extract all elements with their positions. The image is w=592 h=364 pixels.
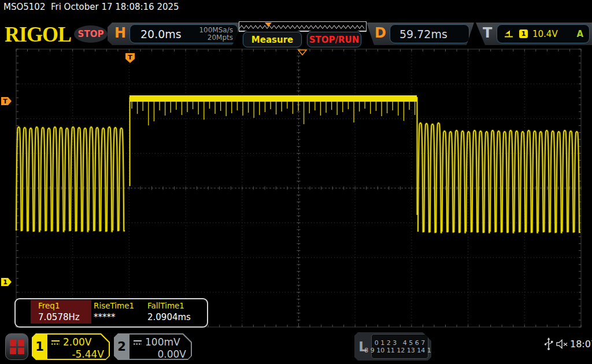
trigger-level-marker[interactable]: T bbox=[1, 97, 12, 105]
dc-coupling-icon bbox=[51, 339, 60, 346]
svg-text:T: T bbox=[3, 98, 8, 105]
channel2-offset: 0.00V bbox=[133, 348, 186, 360]
overview-zigzag bbox=[239, 23, 365, 31]
measure-button[interactable]: Measure bbox=[243, 32, 302, 47]
trigger-level-value: 10.4V bbox=[532, 29, 558, 39]
channel1-waveform bbox=[16, 95, 580, 233]
horizontal-center-marker bbox=[298, 50, 306, 55]
menu-grid-button[interactable] bbox=[5, 333, 28, 360]
speaker-muted-icon[interactable] bbox=[556, 339, 569, 349]
delay-inner-box: 59.72ms bbox=[390, 24, 469, 43]
trigger-position-marker[interactable]: T bbox=[125, 53, 135, 63]
measurement-label: RiseTime1 bbox=[94, 301, 134, 310]
delay-settings-button[interactable]: D 59.72ms bbox=[367, 23, 474, 45]
trigger-settings-button[interactable]: T 1 10.4V A bbox=[476, 23, 592, 45]
channel1-values: 2.00V -5.44V bbox=[47, 335, 109, 359]
menu-grid-icon bbox=[10, 340, 24, 354]
stop-run-button[interactable]: STOP/RUN bbox=[307, 32, 361, 47]
system-clock: 18:07 bbox=[570, 339, 592, 350]
measurement-value: 7.0578Hz bbox=[38, 312, 80, 322]
svg-text:1: 1 bbox=[3, 278, 8, 286]
channel1-scale: 2.00V bbox=[63, 336, 91, 348]
acquisition-status-badge: STOP bbox=[74, 25, 108, 43]
channel1-offset: -5.44V bbox=[51, 348, 104, 360]
horizontal-label: H bbox=[114, 25, 126, 41]
channel1-ground-marker[interactable]: 1 bbox=[1, 278, 12, 286]
timebase-value: 20.0ms bbox=[140, 28, 182, 40]
overview-position-marker bbox=[265, 23, 272, 27]
measurement-label: Freq1 bbox=[38, 301, 60, 310]
measurement-panel[interactable]: Freq1 7.0578Hz RiseTime1 ***** FallTime1… bbox=[14, 298, 208, 328]
channel2-values: 100mV 0.00V bbox=[130, 335, 191, 359]
rigol-logo: RIGOL bbox=[5, 21, 71, 47]
trigger-label: T bbox=[483, 25, 492, 41]
channel1-frame: 1 2.00V -5.44V bbox=[32, 333, 110, 360]
trigger-sweep-mode: A bbox=[576, 29, 583, 39]
measurement-value: 2.0904ms bbox=[147, 312, 191, 322]
trigger-inner-box: 1 10.4V A bbox=[497, 24, 590, 43]
svg-text:T: T bbox=[128, 54, 132, 61]
channel2-block[interactable]: 2 100mV 0.00V bbox=[114, 333, 192, 360]
measurement-value: ***** bbox=[94, 312, 116, 322]
waveform-overview-strip[interactable] bbox=[239, 21, 367, 32]
sample-rate: 100MSa/s bbox=[199, 26, 233, 34]
delay-label: D bbox=[375, 25, 386, 41]
titlebar-text: MSO5102 Fri October 17 18:08:16 2025 bbox=[3, 2, 179, 12]
horizontal-settings-button[interactable]: H 20.0ms 100MSa/s 20Mpts bbox=[108, 23, 242, 45]
channel2-scale: 100mV bbox=[145, 336, 180, 348]
channel1-number: 1 bbox=[32, 333, 47, 360]
channel1-block[interactable]: 1 2.00V -5.44V bbox=[32, 333, 110, 360]
trigger-source-badge: 1 bbox=[519, 29, 528, 38]
channel2-number: 2 bbox=[114, 333, 130, 360]
channel2-frame: 2 100mV 0.00V bbox=[114, 333, 192, 360]
logic-channels-block[interactable]: L 0 1 2 3 4 5 6 7 8 9 10 11 12 13 14 15 bbox=[354, 332, 431, 361]
delay-value: 59.72ms bbox=[399, 28, 447, 40]
trigger-slope-icon bbox=[504, 29, 513, 38]
sample-rate-memory: 100MSa/s 20Mpts bbox=[199, 27, 233, 42]
logic-row-1: 0 1 2 3 4 5 6 7 bbox=[375, 339, 425, 347]
oscilloscope-screen: TT1 MSO5102 Fri October 17 18:08:16 2025… bbox=[0, 0, 592, 364]
usb-device-icon bbox=[544, 337, 553, 351]
measurement-label: FallTime1 bbox=[147, 301, 184, 310]
logic-row-2: 8 9 10 11 12 13 14 15 bbox=[364, 347, 435, 354]
logic-channel-list: 0 1 2 3 4 5 6 7 8 9 10 11 12 13 14 15 bbox=[371, 334, 428, 359]
memory-depth: 20Mpts bbox=[208, 34, 233, 42]
horizontal-inner-box: 20.0ms 100MSa/s 20Mpts bbox=[130, 24, 238, 43]
dc-coupling-icon bbox=[133, 339, 142, 346]
